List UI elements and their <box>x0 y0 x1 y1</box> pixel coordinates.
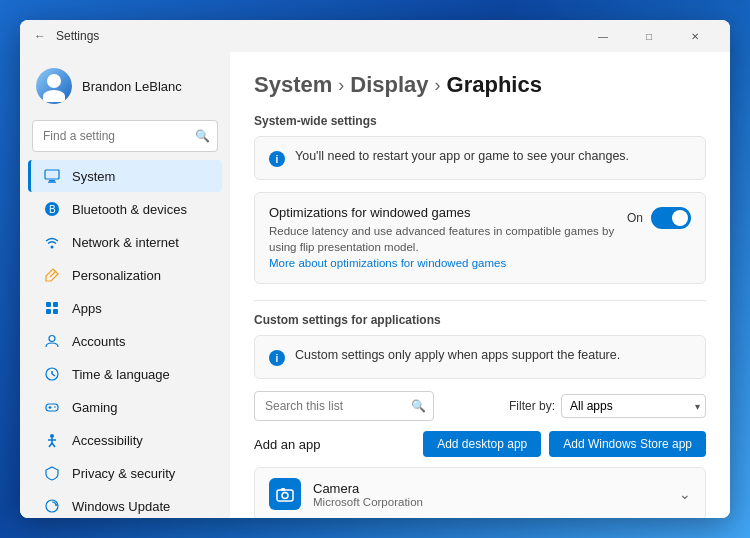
toggle-right: On <box>627 207 691 229</box>
sidebar-item-accounts-label: Accounts <box>72 334 125 349</box>
breadcrumb-system[interactable]: System <box>254 72 332 98</box>
filter-select[interactable]: All apps Desktop apps Windows Store apps <box>561 394 706 418</box>
add-app-row: Add an app Add desktop app Add Windows S… <box>254 431 706 457</box>
nav-list: System B Bluetooth & devices Network & i… <box>20 160 230 518</box>
windowed-games-card: Optimizations for windowed games Reduce … <box>254 192 706 284</box>
sidebar-item-gaming[interactable]: Gaming <box>28 391 222 423</box>
svg-rect-15 <box>46 404 58 411</box>
bluetooth-icon: B <box>44 201 60 217</box>
camera-app-name: Camera <box>313 481 679 496</box>
sidebar-item-privacy-label: Privacy & security <box>72 466 175 481</box>
custom-info-text: Custom settings only apply when apps sup… <box>295 348 620 362</box>
custom-section-label: Custom settings for applications <box>254 313 706 327</box>
svg-text:B: B <box>49 204 56 215</box>
sidebar-item-personalization[interactable]: Personalization <box>28 259 222 291</box>
camera-app-publisher: Microsoft Corporation <box>313 496 679 508</box>
svg-point-11 <box>49 336 55 342</box>
sidebar-item-privacy[interactable]: Privacy & security <box>28 457 222 489</box>
custom-info-icon: i <box>269 350 285 366</box>
app-search-row: 🔍 Filter by: All apps Desktop apps Windo… <box>254 391 706 421</box>
close-button[interactable]: ✕ <box>672 20 718 52</box>
monitor-icon <box>44 168 60 184</box>
sidebar-item-accessibility[interactable]: Accessibility <box>28 424 222 456</box>
sidebar: Brandon LeBlanc 🔍 System B <box>20 52 230 518</box>
person-icon <box>44 333 60 349</box>
custom-info-card: i Custom settings only apply when apps s… <box>254 335 706 379</box>
content-area: Brandon LeBlanc 🔍 System B <box>20 52 730 518</box>
user-profile[interactable]: Brandon LeBlanc <box>20 60 230 112</box>
search-icon: 🔍 <box>195 129 210 143</box>
sidebar-item-apps[interactable]: Apps <box>28 292 222 324</box>
sidebar-item-system-label: System <box>72 169 115 184</box>
search-input[interactable] <box>32 120 218 152</box>
search-box: 🔍 <box>32 120 218 152</box>
app-search-box: 🔍 <box>254 391 434 421</box>
sidebar-item-bluetooth[interactable]: B Bluetooth & devices <box>28 193 222 225</box>
titlebar: ← Settings — □ ✕ <box>20 20 730 52</box>
add-app-buttons: Add desktop app Add Windows Store app <box>423 431 706 457</box>
breadcrumb: System › Display › Graphics <box>254 72 706 98</box>
main-content: System › Display › Graphics System-wide … <box>230 52 730 518</box>
apps-icon <box>44 300 60 316</box>
maximize-button[interactable]: □ <box>626 20 672 52</box>
camera-chevron-icon: ⌄ <box>679 486 691 502</box>
svg-line-14 <box>52 374 55 376</box>
add-desktop-app-button[interactable]: Add desktop app <box>423 431 541 457</box>
svg-rect-28 <box>281 488 285 491</box>
sidebar-item-personalization-label: Personalization <box>72 268 161 283</box>
sidebar-item-time[interactable]: Time & language <box>28 358 222 390</box>
shield-icon <box>44 465 60 481</box>
camera-app-icon <box>269 478 301 510</box>
sidebar-item-apps-label: Apps <box>72 301 102 316</box>
update-icon <box>44 498 60 514</box>
toggle-link[interactable]: More about optimizations for windowed ga… <box>269 257 506 269</box>
gamepad-icon <box>44 399 60 415</box>
back-button[interactable]: ← <box>32 28 48 44</box>
svg-point-18 <box>54 406 56 408</box>
window-title: Settings <box>56 29 580 43</box>
app-list: Camera Microsoft Corporation ⌄ Microsoft… <box>254 467 706 518</box>
clock-icon <box>44 366 60 382</box>
sidebar-item-system[interactable]: System <box>28 160 222 192</box>
accessibility-icon <box>44 432 60 448</box>
add-windows-store-button[interactable]: Add Windows Store app <box>549 431 706 457</box>
breadcrumb-sep-1: › <box>338 75 344 96</box>
svg-point-19 <box>50 434 54 438</box>
add-app-label: Add an app <box>254 437 321 452</box>
sidebar-item-gaming-label: Gaming <box>72 400 118 415</box>
system-wide-label: System-wide settings <box>254 114 706 128</box>
breadcrumb-display[interactable]: Display <box>350 72 428 98</box>
settings-window: ← Settings — □ ✕ Brandon LeBlanc 🔍 <box>20 20 730 518</box>
app-search-input[interactable] <box>254 391 434 421</box>
sidebar-item-network[interactable]: Network & internet <box>28 226 222 258</box>
restart-info-text: You'll need to restart your app or game … <box>295 149 629 163</box>
restart-info-card: i You'll need to restart your app or gam… <box>254 136 706 180</box>
toggle-title: Optimizations for windowed games <box>269 205 627 220</box>
filter-label: Filter by: <box>509 399 555 413</box>
app-item-camera[interactable]: Camera Microsoft Corporation ⌄ <box>254 467 706 518</box>
svg-rect-9 <box>46 309 51 314</box>
toggle-desc: Reduce latency and use advanced features… <box>269 223 627 271</box>
sidebar-item-network-label: Network & internet <box>72 235 179 250</box>
svg-line-23 <box>52 443 55 447</box>
brush-icon <box>44 267 60 283</box>
svg-rect-8 <box>53 302 58 307</box>
toggle-switch[interactable] <box>651 207 691 229</box>
sidebar-item-accounts[interactable]: Accounts <box>28 325 222 357</box>
svg-rect-1 <box>49 180 55 182</box>
sidebar-item-update[interactable]: Windows Update <box>28 490 222 518</box>
minimize-button[interactable]: — <box>580 20 626 52</box>
user-name: Brandon LeBlanc <box>82 79 182 94</box>
sidebar-item-accessibility-label: Accessibility <box>72 433 143 448</box>
filter-select-wrapper: All apps Desktop apps Windows Store apps <box>561 394 706 418</box>
divider <box>254 300 706 301</box>
window-controls: — □ ✕ <box>580 20 718 52</box>
breadcrumb-sep-2: › <box>435 75 441 96</box>
camera-app-info: Camera Microsoft Corporation <box>313 481 679 508</box>
toggle-state-label: On <box>627 211 643 225</box>
avatar <box>36 68 72 104</box>
toggle-text-block: Optimizations for windowed games Reduce … <box>269 205 627 271</box>
sidebar-item-bluetooth-label: Bluetooth & devices <box>72 202 187 217</box>
sidebar-item-time-label: Time & language <box>72 367 170 382</box>
svg-rect-0 <box>45 170 59 179</box>
